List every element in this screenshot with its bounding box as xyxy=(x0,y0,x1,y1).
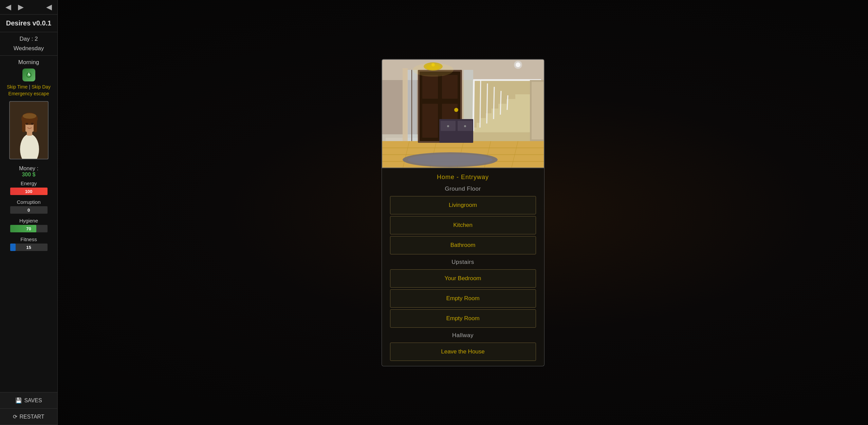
hygiene-value: 70 xyxy=(10,225,48,232)
weekday-display: Wednesday xyxy=(0,44,57,56)
center-panel: Home - Entryway Ground Floor Livingroom … xyxy=(382,59,544,366)
svg-point-70 xyxy=(516,62,520,67)
corruption-value: 0 xyxy=(10,206,48,214)
empty-room-2-button[interactable]: Empty Room xyxy=(390,309,536,328)
svg-point-37 xyxy=(454,108,458,112)
bathroom-button[interactable]: Bathroom xyxy=(390,236,536,254)
svg-rect-35 xyxy=(422,104,438,138)
svg-rect-45 xyxy=(481,118,538,123)
svg-rect-10 xyxy=(34,120,37,132)
svg-rect-3 xyxy=(29,75,30,75)
hygiene-label: Hygiene xyxy=(19,215,38,224)
svg-line-53 xyxy=(487,83,487,123)
time-of-day-label: Morning xyxy=(18,56,39,67)
livingroom-button[interactable]: Livingroom xyxy=(390,196,536,214)
kitchen-button[interactable]: Kitchen xyxy=(390,216,536,234)
svg-rect-2 xyxy=(29,73,29,75)
hygiene-bar-container: 70 xyxy=(10,225,48,232)
svg-point-30 xyxy=(408,154,493,166)
restart-icon: ⟳ xyxy=(13,413,17,420)
collapse-button[interactable]: ◀ xyxy=(44,2,54,12)
saves-button[interactable]: 💾 SAVES xyxy=(0,392,57,409)
svg-rect-64 xyxy=(532,82,543,139)
saves-icon: 💾 xyxy=(15,397,22,404)
emergency-link[interactable]: Emergency escape xyxy=(8,91,49,98)
corruption-bar-container: 0 xyxy=(10,206,48,214)
avatar xyxy=(9,101,49,159)
navigation-panel: Home - Entryway Ground Floor Livingroom … xyxy=(382,168,544,366)
hallway-header: Hallway xyxy=(382,329,544,341)
ground-floor-header: Ground Floor xyxy=(382,183,544,194)
money-value: 300 $ xyxy=(22,172,35,178)
sidebar: ◀ ▶ ◀ Desires v0.0.1 Day : 2 Wednesday M… xyxy=(0,0,58,425)
svg-point-68 xyxy=(413,63,454,77)
svg-point-62 xyxy=(464,125,466,127)
svg-point-11 xyxy=(23,113,36,119)
fitness-label: Fitness xyxy=(20,234,37,242)
svg-line-51 xyxy=(473,80,474,131)
skip-time-link[interactable]: Skip Time xyxy=(7,84,27,90)
your-bedroom-button[interactable]: Your Bedroom xyxy=(390,269,536,288)
location-image xyxy=(382,59,544,168)
avatar-image xyxy=(10,102,48,159)
location-title: Home - Entryway xyxy=(382,171,544,183)
energy-bar-container: 100 xyxy=(10,188,48,195)
svg-rect-41 xyxy=(403,68,408,141)
restart-label: RESTART xyxy=(19,414,44,420)
svg-point-61 xyxy=(447,125,449,127)
upstairs-header: Upstairs xyxy=(382,256,544,268)
fitness-value: 15 xyxy=(10,244,48,251)
svg-point-13 xyxy=(31,123,34,125)
back-button[interactable]: ◀ xyxy=(3,2,13,12)
empty-room-1-button[interactable]: Empty Room xyxy=(390,289,536,308)
svg-line-54 xyxy=(494,87,494,119)
svg-rect-33 xyxy=(422,75,438,99)
forward-button[interactable]: ▶ xyxy=(16,2,26,12)
energy-label: Energy xyxy=(21,178,37,186)
skip-day-link[interactable]: Skip Day xyxy=(32,84,51,90)
leave-house-button[interactable]: Leave the House xyxy=(390,343,536,361)
fitness-bar-container: 15 xyxy=(10,244,48,251)
svg-line-56 xyxy=(507,95,508,110)
corruption-label: Corruption xyxy=(17,196,40,205)
svg-rect-9 xyxy=(22,120,25,132)
restart-button[interactable]: ⟳ RESTART xyxy=(0,409,57,425)
sidebar-bottom: 💾 SAVES ⟳ RESTART xyxy=(0,392,57,425)
svg-line-52 xyxy=(480,80,481,128)
money-label: Money : xyxy=(19,162,38,172)
energy-value: 100 xyxy=(10,188,48,195)
day-display: Day : 2 xyxy=(20,32,38,44)
svg-line-55 xyxy=(500,91,501,115)
main-content: Home - Entryway Ground Floor Livingroom … xyxy=(58,0,868,425)
nav-arrows: ◀ ▶ ◀ xyxy=(0,0,57,15)
app-title: Desires v0.0.1 xyxy=(0,15,57,32)
time-controls: Skip Time | Skip Day xyxy=(7,83,51,91)
svg-rect-34 xyxy=(442,75,458,99)
time-icon xyxy=(22,69,35,81)
saves-label: SAVES xyxy=(24,398,42,404)
svg-point-12 xyxy=(25,123,28,125)
